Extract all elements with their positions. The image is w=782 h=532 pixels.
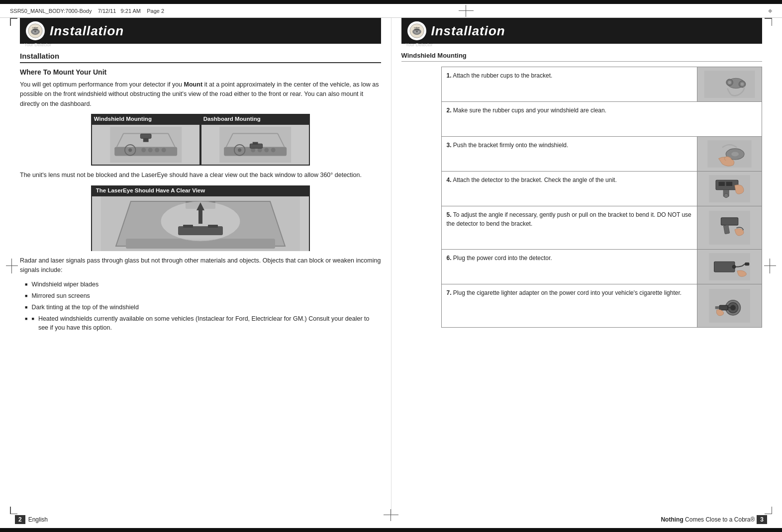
top-bar (0, 0, 782, 4)
svg-rect-4 (33, 29, 38, 31)
step-img-1 (697, 67, 762, 101)
left-crosshair (6, 259, 18, 273)
corner-tr (765, 18, 772, 26)
step-text-5: 5. To adjust the angle if necessary, gen… (442, 206, 697, 249)
svg-point-50 (728, 81, 731, 84)
right-cobra-logo-icon: cobra (409, 23, 424, 38)
step-row-1: 1. Attach the rubber cups to the bracket… (442, 67, 762, 102)
corner-bl (10, 507, 17, 515)
right-page-title: Installation (431, 23, 505, 39)
left-subsection-heading: Where To Mount Your Unit (20, 68, 381, 76)
bullet-item: Mirrored sun screens (25, 291, 381, 301)
left-your-detector-label: Your Detector (24, 42, 52, 47)
step-text-4: 4. Attach the detector to the bracket. C… (442, 172, 697, 206)
svg-rect-39 (183, 225, 193, 228)
svg-point-72 (730, 305, 736, 310)
svg-rect-63 (721, 217, 738, 225)
right-your-detector-label: Your Detector (405, 42, 433, 47)
left-page-number: 2 (15, 515, 25, 524)
mounting-diagram: Windshield Mounting (91, 114, 310, 166)
svg-point-44 (415, 31, 418, 32)
svg-point-26 (271, 148, 275, 152)
svg-rect-6 (110, 127, 182, 163)
windshield-img (92, 125, 199, 165)
step-text-3: 3. Push the bracket firmly onto the wind… (442, 137, 697, 171)
main-layout: cobra Your Detector Installation Install… (10, 18, 772, 514)
page-right: cobra Your Detector Installation Windshi… (391, 18, 773, 514)
steps-container: 1. Attach the rubber cups to the bracket… (441, 67, 763, 328)
svg-point-55 (731, 152, 739, 156)
svg-rect-62 (709, 211, 750, 245)
svg-point-13 (161, 148, 166, 152)
left-footer: 2 English (15, 515, 48, 524)
file-page-label: Page 2 (147, 8, 164, 14)
svg-rect-59 (726, 182, 732, 186)
left-page-title: Installation (50, 23, 124, 39)
step-img-7 (697, 284, 762, 327)
mounting-diagram-header: Windshield Mounting (91, 114, 310, 166)
right-logo-circle: cobra (407, 21, 426, 40)
svg-rect-74 (715, 306, 719, 309)
windshield-label: Windshield Mounting (91, 114, 200, 124)
cobra-logo-icon: cobra (28, 23, 43, 38)
bullet-list: Windshield wiper blades Mirrored sun scr… (25, 280, 381, 333)
svg-point-12 (155, 148, 159, 152)
svg-point-61 (724, 193, 728, 197)
step-row-5: 5. To adjust the angle if necessary, gen… (442, 206, 762, 250)
right-crosshair (764, 259, 776, 273)
step-row-6: 6. Plug the power cord into the detector… (442, 250, 762, 284)
svg-point-52 (741, 83, 744, 86)
svg-rect-17 (140, 134, 151, 139)
step-img-6 (697, 250, 762, 284)
svg-rect-73 (719, 305, 728, 310)
step-img-3 (697, 137, 762, 171)
bottom-crosshair (384, 509, 398, 521)
bullet-item: ■ Heated windshields currently available… (25, 314, 381, 333)
windshield-col: Windshield Mounting (91, 114, 200, 166)
svg-text:cobra: cobra (414, 26, 420, 29)
svg-rect-7 (114, 147, 177, 156)
svg-point-11 (148, 148, 152, 152)
right-logo-wrap: cobra Your Detector (407, 21, 431, 40)
step-text-6: 6. Plug the power cord into the detector… (442, 250, 697, 284)
page-left: cobra Your Detector Installation Install… (10, 18, 391, 514)
left-section-heading: Installation (20, 52, 381, 63)
dashboard-img (201, 125, 309, 165)
step-row-4: 4. Attach the detector to the bracket. C… (442, 172, 762, 206)
file-date: 7/12/11 (98, 8, 116, 14)
svg-rect-18 (143, 139, 148, 142)
file-info-bar: SSR50_MANL_BODY:7000-Body 7/12/11 9:21 A… (0, 4, 782, 18)
right-footer: Nothing Comes Close to a Cobra® 3 (661, 515, 767, 524)
svg-point-10 (141, 148, 146, 152)
left-logo-circle: cobra (26, 21, 45, 40)
svg-point-9 (128, 148, 132, 152)
filename: SSR50_MANL_BODY:7000-Body (10, 8, 92, 14)
corner-tl (10, 18, 17, 26)
step-row-7: 7. Plug the cigarette lighter adapter on… (442, 284, 762, 327)
left-logo-wrap: cobra Your Detector (26, 21, 50, 40)
svg-rect-68 (745, 263, 749, 266)
step-4-svg (704, 175, 755, 202)
corner-br (765, 507, 772, 515)
step-img-4 (697, 172, 762, 206)
windshield-diagram-svg (98, 127, 194, 163)
file-time: 9:21 AM (121, 8, 141, 14)
bullet-item: Windshield wiper blades (25, 280, 381, 289)
step-3-svg (704, 140, 755, 168)
body-text-3: Radar and laser signals pass through gla… (20, 256, 381, 275)
svg-rect-40 (208, 225, 218, 228)
windshield-section-label: Windshield Mounting (401, 52, 763, 62)
step-text-2: 2. Make sure the rubber cups and your wi… (442, 102, 762, 136)
svg-rect-66 (714, 262, 734, 272)
step-6-svg (704, 253, 755, 280)
step-img-5 (697, 206, 762, 249)
bullet-item: Dark tinting at the top of the windshiel… (25, 303, 381, 312)
svg-rect-31 (252, 142, 258, 145)
right-footer-prefix: Nothing Comes Close to a Cobra® (661, 516, 755, 523)
dashboard-label: Dashboard Mounting (200, 114, 310, 124)
svg-point-3 (34, 31, 37, 32)
svg-point-22 (238, 148, 241, 152)
lasereye-img (92, 196, 309, 251)
svg-text:cobra: cobra (32, 26, 38, 29)
step-1-svg (704, 71, 755, 98)
